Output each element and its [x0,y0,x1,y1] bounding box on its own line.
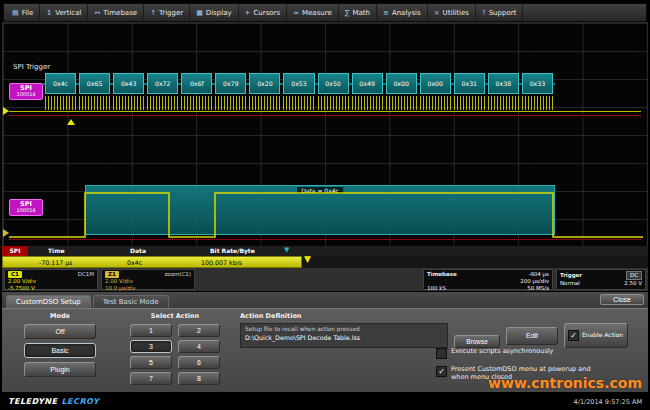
menu-item-label: Utilities [443,9,469,17]
enable-action-toggle[interactable]: ✓ Enable Action [564,323,628,348]
timebase-rate: 50 MS/s [527,285,549,292]
trigger-level: 2.50 V [624,280,642,287]
menu-item[interactable]: ∑ Math [339,4,377,21]
menu-item[interactable]: × Utilities [428,4,476,21]
trigger-mode: Normal [560,280,580,287]
edit-button[interactable]: Edit [506,327,558,345]
action-number-button[interactable]: 1 [130,324,172,337]
datetime-display: 4/1/2014 9:57:25 AM [574,398,642,406]
trigger-coupling-chip: DC [626,271,642,280]
mode-button[interactable]: Off [24,324,96,339]
select-action-title: Select Action [122,312,228,320]
menu-item-label: Math [352,9,370,17]
menu-item-label: Cursors [253,9,280,17]
action-number-button[interactable]: 7 [130,372,172,385]
teledyne-lecroy-logo: TELEDYNELECROY [8,397,99,406]
action-number-button[interactable]: 3 [130,340,172,353]
c1-scale: 2.00 V/div [8,278,36,285]
brand-teledyne: TELEDYNE [8,397,58,406]
menu-item[interactable]: ≈ Measure [287,4,339,21]
decode-protocol-chip: SPI [2,246,28,256]
decode-data-value: 0x4c [127,259,142,266]
timebase-scale: 200 µs/div [520,278,549,285]
column-header-time: Time [48,247,64,254]
menu-item-icon: × [434,9,440,17]
waveform-grid[interactable]: SPI Trigger SPI 100014 0x4c 0x65 0x43 [2,22,648,248]
timebase-panel[interactable]: Timebase -804 µs 200 µs/div 100 kS 50 MS… [423,269,553,290]
present-menu-checkbox[interactable]: ✓ [436,366,447,377]
action-buttons: 1 2 3 4 5 6 7 8 [122,324,228,385]
menu-item-icon: ↕ [46,9,52,17]
oscilloscope-screen: ▤ File ↕ Vertical ↔ Timebase ↑ Trigger ▦… [0,0,650,410]
decode-bitrate-value: 100.007 kb/s [201,259,242,266]
menu-bar: ▤ File ↕ Vertical ↔ Timebase ↑ Trigger ▦… [3,3,647,22]
zoom-trace-waveform [3,23,647,247]
menu-item-label: Display [206,9,232,17]
decode-table-header: SPI Time Data Bit Rate/Byte ▼ [2,246,648,256]
async-scripts-label: Execute scripts asynchronously [451,348,553,356]
menu-item[interactable]: ↔ Timebase [88,4,144,21]
menu-item-label: Timebase [103,9,137,17]
action-number-button[interactable]: 2 [178,324,220,337]
menu-item[interactable]: ≡ Analysis [377,4,428,21]
z1-chip: Z1 [105,271,119,278]
action-number-button[interactable]: 6 [178,356,220,369]
menu-item[interactable]: ↕ Vertical [40,4,88,21]
dialog-tabs: CustomDSO Setup Test Basic Mode [6,295,169,308]
menu-item[interactable]: ? Support [476,4,523,21]
enable-action-checkbox[interactable]: ✓ [568,330,579,341]
zoom-z1-descriptor[interactable]: Z1 zoom(C1) 2.00 V/div 10.0 µs/div [101,269,195,290]
table-collapse-icon[interactable]: ▼ [284,246,289,254]
trigger-panel[interactable]: Trigger DC Normal 2.50 V [556,269,646,290]
setup-file-path: D:\Quick_Demo\SPI Decode Table.lss [245,334,443,341]
menu-item-icon: ▦ [196,9,203,17]
menu-item-label: Support [489,9,517,17]
menu-item-label: File [22,9,34,17]
menu-item-icon: ↑ [150,9,156,17]
close-button[interactable]: Close [600,294,644,305]
c1-coupling: DC1M [78,271,94,278]
action-number-button[interactable]: 8 [178,372,220,385]
menu-item-icon: ∑ [345,9,350,17]
setup-file-field[interactable]: Setup file to recall when action pressed… [240,323,448,348]
dialog-tab-bar: CustomDSO Setup Test Basic Mode Close [2,292,648,308]
menu-item-icon: ≡ [383,9,389,17]
async-scripts-checkbox[interactable] [436,348,447,359]
mode-button[interactable]: Basic [24,343,96,358]
action-definition-section: Action Definition Setup file to recall w… [240,312,642,348]
decode-row-position-marker: ▼ [304,255,311,264]
menu-item-label: Analysis [392,9,421,17]
menu-item[interactable]: + Cursors [239,4,288,21]
timebase-title: Timebase [427,271,457,278]
menu-item-icon: ? [482,9,486,17]
action-number-button[interactable]: 4 [178,340,220,353]
menu-item-icon: ▤ [12,9,19,17]
channel-c1-descriptor[interactable]: C1 DC1M 2.00 V/div -5.7500 V [4,269,98,290]
mode-section-title: Mode [8,312,112,320]
z1-scale: 2.00 V/div [105,278,133,285]
decode-result-table: SPI Time Data Bit Rate/Byte ▼ -70.117 µs… [2,246,648,268]
c1-offset: -5.7500 V [8,285,35,292]
mode-button[interactable]: Plugin [24,362,96,377]
select-action-section: Select Action 1 2 3 4 5 6 7 8 [122,312,228,385]
action-definition-title: Action Definition [240,312,642,320]
dialog-tab[interactable]: Test Basic Mode [93,295,169,308]
decode-marker-line-bottom [9,239,641,240]
mode-buttons: Off Basic Plugin [8,324,112,377]
spi-zoom-badge[interactable]: SPI 100014 [9,199,43,216]
decode-table-row[interactable]: -70.117 µs 0x4c 100.007 kb/s [2,256,302,268]
action-number-button[interactable]: 5 [130,356,172,369]
brand-lecroy: LECROY [62,397,100,406]
menu-item-label: Trigger [159,9,183,17]
status-bar: TELEDYNELECROY 4/1/2014 9:57:25 AM [0,393,650,410]
timebase-samples: 100 kS [427,285,446,292]
menu-item[interactable]: ▦ Display [190,4,238,21]
dialog-tab[interactable]: CustomDSO Setup [6,295,91,308]
c1-chip: C1 [8,271,22,278]
async-scripts-option[interactable]: Execute scripts asynchronously [436,348,553,359]
menu-item[interactable]: ▤ File [6,4,40,21]
menu-item-icon: ≈ [293,9,299,17]
menu-item[interactable]: ↑ Trigger [144,4,190,21]
decode-time-value: -70.117 µs [39,259,73,266]
trigger-title: Trigger [560,272,582,279]
